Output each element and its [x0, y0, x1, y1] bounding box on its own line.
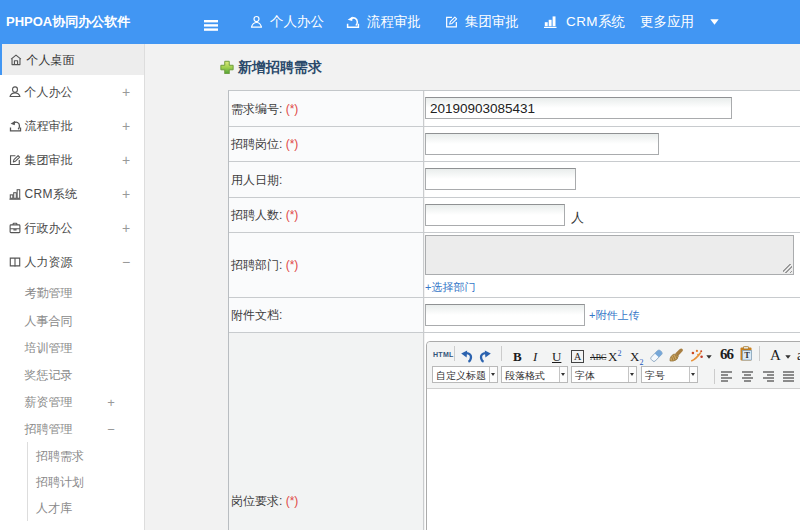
svg-text:T: T [744, 350, 750, 360]
